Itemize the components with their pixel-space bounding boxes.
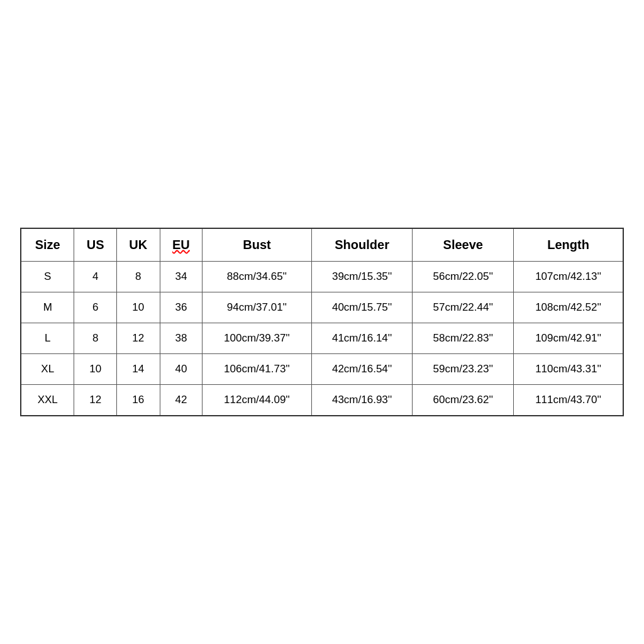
cell-bust: 112cm/44.09'' bbox=[203, 385, 312, 416]
cell-size: S bbox=[21, 262, 74, 292]
cell-us: 4 bbox=[74, 262, 116, 292]
cell-length: 109cm/42.91'' bbox=[514, 323, 623, 354]
cell-shoulder: 41cm/16.14'' bbox=[311, 323, 413, 354]
header-length: Length bbox=[514, 228, 623, 262]
cell-uk: 12 bbox=[116, 323, 160, 354]
cell-bust: 88cm/34.65'' bbox=[203, 262, 312, 292]
cell-us: 6 bbox=[74, 292, 116, 323]
cell-us: 12 bbox=[74, 385, 116, 416]
table-row: S483488cm/34.65''39cm/15.35''56cm/22.05'… bbox=[21, 262, 623, 292]
cell-shoulder: 40cm/15.75'' bbox=[311, 292, 413, 323]
header-eu: EU bbox=[160, 228, 202, 262]
table-row: XL101440106cm/41.73''42cm/16.54''59cm/23… bbox=[21, 354, 623, 385]
header-size: Size bbox=[21, 228, 74, 262]
header-bust: Bust bbox=[203, 228, 312, 262]
cell-shoulder: 42cm/16.54'' bbox=[311, 354, 413, 385]
header-us: US bbox=[74, 228, 116, 262]
header-sleeve: Sleeve bbox=[413, 228, 514, 262]
cell-uk: 14 bbox=[116, 354, 160, 385]
cell-eu: 40 bbox=[160, 354, 202, 385]
cell-size: L bbox=[21, 323, 74, 354]
cell-uk: 16 bbox=[116, 385, 160, 416]
table-header-row: Size US UK EU Bust Shoulder Sleeve Lengt… bbox=[21, 228, 623, 262]
cell-eu: 36 bbox=[160, 292, 202, 323]
cell-shoulder: 43cm/16.93'' bbox=[311, 385, 413, 416]
cell-size: XXL bbox=[21, 385, 74, 416]
cell-us: 8 bbox=[74, 323, 116, 354]
cell-sleeve: 59cm/23.23'' bbox=[413, 354, 514, 385]
table-row: L81238100cm/39.37''41cm/16.14''58cm/22.8… bbox=[21, 323, 623, 354]
cell-uk: 8 bbox=[116, 262, 160, 292]
cell-bust: 94cm/37.01'' bbox=[203, 292, 312, 323]
cell-eu: 42 bbox=[160, 385, 202, 416]
cell-uk: 10 bbox=[116, 292, 160, 323]
cell-sleeve: 56cm/22.05'' bbox=[413, 262, 514, 292]
cell-length: 110cm/43.31'' bbox=[514, 354, 623, 385]
cell-size: XL bbox=[21, 354, 74, 385]
cell-length: 108cm/42.52'' bbox=[514, 292, 623, 323]
cell-sleeve: 60cm/23.62'' bbox=[413, 385, 514, 416]
cell-size: M bbox=[21, 292, 74, 323]
size-chart-table: Size US UK EU Bust Shoulder Sleeve Lengt… bbox=[20, 228, 624, 416]
header-shoulder: Shoulder bbox=[311, 228, 413, 262]
cell-sleeve: 57cm/22.44'' bbox=[413, 292, 514, 323]
cell-length: 107cm/42.13'' bbox=[514, 262, 623, 292]
page-container: Size US UK EU Bust Shoulder Sleeve Lengt… bbox=[0, 0, 644, 644]
cell-eu: 34 bbox=[160, 262, 202, 292]
cell-sleeve: 58cm/22.83'' bbox=[413, 323, 514, 354]
size-chart-wrapper: Size US UK EU Bust Shoulder Sleeve Lengt… bbox=[20, 228, 624, 416]
cell-bust: 100cm/39.37'' bbox=[203, 323, 312, 354]
table-row: XXL121642112cm/44.09''43cm/16.93''60cm/2… bbox=[21, 385, 623, 416]
cell-us: 10 bbox=[74, 354, 116, 385]
cell-bust: 106cm/41.73'' bbox=[203, 354, 312, 385]
cell-eu: 38 bbox=[160, 323, 202, 354]
table-row: M6103694cm/37.01''40cm/15.75''57cm/22.44… bbox=[21, 292, 623, 323]
cell-shoulder: 39cm/15.35'' bbox=[311, 262, 413, 292]
cell-length: 111cm/43.70'' bbox=[514, 385, 623, 416]
header-uk: UK bbox=[116, 228, 160, 262]
